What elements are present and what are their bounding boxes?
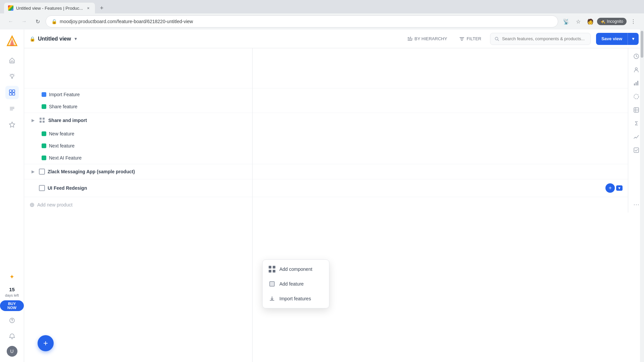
svg-rect-16 — [637, 81, 638, 85]
forward-button[interactable]: → — [19, 16, 30, 27]
section-header: ▶ Share and import — [24, 113, 628, 128]
sidebar-item-lightbulb[interactable] — [5, 70, 19, 83]
address-bar[interactable]: 🔒 moodjoy.productboard.com/feature-board… — [46, 15, 558, 27]
import-features-label: Import features — [279, 296, 311, 301]
svg-point-13 — [635, 68, 637, 70]
svg-rect-8 — [12, 93, 15, 95]
svg-rect-6 — [12, 90, 15, 92]
add-to-product-button[interactable]: + — [605, 183, 615, 193]
product-icon — [39, 169, 45, 175]
svg-point-4 — [11, 74, 13, 77]
feature-name: New feature — [49, 131, 74, 136]
menu-button[interactable]: ⋮ — [628, 16, 639, 27]
tab-title: Untitled view - Features | Produc... — [16, 6, 83, 11]
close-tab-button[interactable]: ✕ — [86, 5, 91, 11]
add-new-product-row[interactable]: ⊕ Add new product — [24, 197, 628, 213]
list-item[interactable]: Next feature — [24, 140, 628, 152]
list-item[interactable]: Import Feature — [24, 88, 628, 101]
feature-dot — [42, 92, 46, 97]
expand-button[interactable]: ▶ — [30, 168, 36, 175]
sidebar-item-features[interactable] — [5, 86, 19, 99]
search-input[interactable] — [502, 36, 586, 41]
section-grid-icon — [39, 117, 46, 124]
back-button[interactable]: ← — [5, 16, 16, 27]
add-feature-item[interactable]: Add feature — [263, 277, 329, 291]
reload-button[interactable]: ↻ — [32, 16, 43, 27]
filter-button[interactable]: FILTER — [456, 34, 485, 44]
feature-name: Next AI Feature — [49, 155, 82, 161]
add-component-icon — [268, 265, 276, 273]
buy-now-button[interactable]: BUY NOW — [0, 300, 24, 311]
svg-rect-18 — [634, 108, 639, 112]
list-item[interactable]: Share feature — [24, 101, 628, 113]
left-sidebar: ✦ 15 days left BUY NOW U — [0, 29, 24, 362]
app-logo[interactable] — [6, 35, 18, 48]
sidebar-item-home[interactable] — [5, 54, 19, 67]
search-box[interactable] — [490, 33, 591, 45]
add-feature-icon — [268, 280, 276, 288]
content-area: Import Feature Share feature ▶ — [24, 48, 644, 213]
import-features-item[interactable]: Import features — [263, 291, 329, 306]
standalone-features-section: Import Feature Share feature — [24, 88, 628, 113]
view-name: Untitled view — [38, 36, 71, 42]
hierarchy-label: BY HIERARCHY — [415, 36, 447, 41]
tab-favicon — [8, 5, 13, 11]
hierarchy-button[interactable]: BY HIERARCHY — [404, 34, 450, 44]
browser-tab[interactable]: Untitled view - Features | Produc... ✕ — [4, 3, 95, 13]
feature-name: Import Feature — [49, 92, 80, 97]
share-and-import-section: ▶ Share and import — [24, 113, 628, 164]
cast-icon[interactable]: 📡 — [561, 16, 572, 27]
trial-days: 15 — [5, 286, 19, 293]
incognito-badge[interactable]: 🕵️ Incognito — [597, 18, 627, 25]
view-title-group: 🔒 Untitled view ▼ — [30, 36, 78, 42]
sidebar-item-list[interactable] — [5, 102, 19, 115]
sidebar-item-ai[interactable]: ✦ — [5, 270, 19, 284]
product-icon — [39, 185, 45, 191]
ui-feed-redesign-row[interactable]: ▶ UI Feed Redesign + ▼ — [24, 179, 628, 197]
add-product-label: Add new product — [37, 202, 72, 207]
save-view-button[interactable]: Save view — [596, 33, 628, 45]
view-lock-icon: 🔒 — [30, 36, 35, 42]
save-view-dropdown-button[interactable]: ▼ — [628, 33, 639, 45]
incognito-label: Incognito — [607, 19, 623, 24]
feature-dot — [42, 143, 46, 148]
filter-label: FILTER — [467, 36, 481, 41]
add-dropdown-popup: Add component Add feature Impor — [262, 259, 329, 308]
view-name-dropdown-icon[interactable]: ▼ — [74, 37, 78, 41]
svg-rect-5 — [9, 90, 12, 92]
new-tab-button[interactable]: + — [96, 3, 107, 13]
feature-name: Next feature — [49, 143, 74, 148]
import-features-icon — [268, 295, 276, 303]
add-component-label: Add component — [279, 266, 312, 272]
product-name: UI Feed Redesign — [48, 185, 603, 191]
bookmark-icon[interactable]: ☆ — [573, 16, 584, 27]
fab-button[interactable]: + — [38, 335, 54, 351]
sidebar-item-bell[interactable] — [5, 330, 19, 343]
feature-dot — [42, 104, 46, 109]
section-title: Share and import — [48, 118, 87, 123]
add-component-item[interactable]: Add component — [263, 262, 329, 277]
trial-days-label: days left — [5, 293, 19, 298]
row-actions: + ▼ — [605, 183, 623, 193]
list-item[interactable]: New feature — [24, 128, 628, 140]
trial-info: 15 days left — [5, 286, 19, 298]
list-item[interactable]: Next AI Feature — [24, 152, 628, 164]
scrollbar-thumb[interactable] — [641, 31, 643, 58]
product-name: Zlack Messaging App (sample product) — [48, 169, 623, 174]
user-avatar[interactable]: U — [7, 346, 17, 357]
sidebar-item-star[interactable] — [5, 118, 19, 131]
browser-scrollbar[interactable] — [640, 29, 644, 362]
main-area: 🔒 Untitled view ▼ BY HIERARCHY FILTER — [24, 29, 644, 362]
svg-point-10 — [12, 321, 12, 322]
feature-dot — [42, 156, 46, 160]
profile-icon[interactable]: 🧑 — [585, 16, 596, 27]
svg-rect-15 — [636, 82, 637, 85]
sidebar-item-help[interactable] — [5, 314, 19, 327]
zlack-product-row[interactable]: ▶ Zlack Messaging App (sample product) — [24, 164, 628, 179]
save-view-group: Save view ▼ — [596, 33, 639, 45]
feature-dot — [42, 131, 46, 136]
add-circle-icon: ⊕ — [30, 201, 35, 208]
add-dropdown-button[interactable]: ▼ — [616, 185, 623, 191]
expand-button[interactable]: ▶ — [30, 117, 36, 124]
svg-rect-7 — [9, 93, 12, 95]
